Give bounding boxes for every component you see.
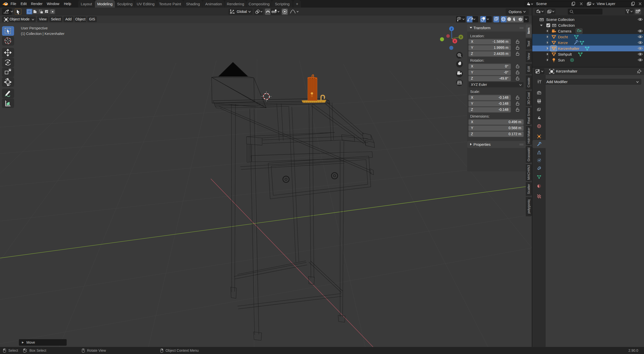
svg-text:Z: Z <box>451 27 453 30</box>
svg-text:Y: Y <box>460 36 462 39</box>
svg-text:X: X <box>454 40 456 43</box>
